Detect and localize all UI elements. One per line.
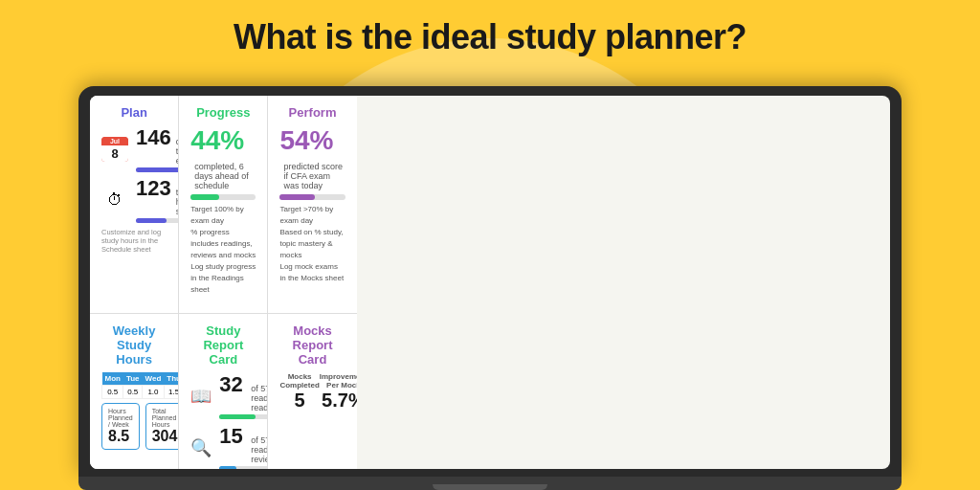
progress-note2: % progress includes readings, reviews an… bbox=[190, 227, 256, 261]
study-report-card: Study Report Card 📖 32 of 57 readings re… bbox=[179, 314, 267, 469]
perform-note1: Target >70% by exam day bbox=[279, 204, 345, 227]
plan-note: Customize and log study hours in the Sch… bbox=[101, 228, 167, 254]
days-progress-bar bbox=[136, 167, 178, 172]
improvement-value: 5.7% bbox=[320, 390, 357, 412]
readings-read-bar bbox=[219, 414, 267, 419]
mocks-completed-stat: Mocks Completed 5 bbox=[279, 372, 319, 435]
weekly-table: Mon Tue Wed Thu Fri Sat Sun 0.5 bbox=[101, 372, 178, 399]
plan-card: Plan Jul 8 146 days left to CFA exam bbox=[90, 96, 178, 313]
readings-read-row: 📖 32 of 57 readings read bbox=[190, 372, 256, 419]
laptop-mockup: Plan Jul 8 146 days left to CFA exam bbox=[78, 86, 902, 490]
progress-full-bar bbox=[190, 194, 256, 200]
weekly-title: Weekly Study Hours bbox=[101, 323, 167, 367]
laptop-base bbox=[78, 477, 902, 490]
progress-header-row: 44% completed, 6 days ahead of schedule bbox=[190, 125, 256, 190]
perform-title: Perform bbox=[279, 105, 345, 120]
hours-studied-value: 123 bbox=[136, 176, 171, 201]
readings-reviewed-detail: 15 of 57 readings reviewed bbox=[219, 424, 267, 469]
progress-fill bbox=[190, 194, 219, 200]
hours-planned-value: 8.5 bbox=[108, 428, 133, 445]
hours-thu: 1.5 bbox=[164, 386, 178, 399]
progress-card: Progress 44% completed, 6 days ahead of … bbox=[179, 96, 267, 313]
hours-mon: 0.5 bbox=[102, 386, 123, 399]
improvement-label: Improvement Per Mock bbox=[320, 372, 357, 390]
hours-wed: 1.0 bbox=[143, 386, 165, 399]
mocks-report-title: Mocks Report Card bbox=[279, 323, 345, 367]
total-planned-label: Total Planned Hours bbox=[152, 408, 178, 428]
perform-fill bbox=[279, 194, 315, 200]
day-wed: Wed bbox=[143, 372, 165, 386]
progress-notes: Target 100% by exam day % progress inclu… bbox=[190, 204, 256, 296]
perform-notes: Target >70% by exam day Based on % study… bbox=[279, 204, 345, 284]
readings-reviewed-num: 15 bbox=[219, 424, 246, 449]
hours-tue: 0.5 bbox=[123, 386, 143, 399]
plan-title: Plan bbox=[101, 105, 167, 120]
study-report-title: Study Report Card bbox=[190, 323, 256, 367]
dashboard-grid: Plan Jul 8 146 days left to CFA exam bbox=[90, 96, 357, 469]
hours-progress-fill bbox=[136, 218, 167, 223]
day-tue: Tue bbox=[123, 372, 143, 386]
readings-reviewed-bar bbox=[219, 466, 267, 469]
progress-percent: 44% bbox=[190, 125, 244, 156]
progress-note1: Target 100% by exam day bbox=[190, 204, 256, 227]
progress-title: Progress bbox=[190, 105, 256, 120]
perform-note2: Based on % study, topic mastery & mocks bbox=[279, 227, 345, 261]
days-left-block: 146 days left to CFA exam bbox=[136, 125, 178, 172]
hours-planned-box: Hours Planned / Week 8.5 bbox=[101, 403, 140, 450]
readings-reviewed-row: 🔍 15 of 57 readings reviewed bbox=[190, 424, 256, 469]
readings-reviewed-label: of 57 readings reviewed bbox=[251, 435, 267, 464]
progress-subtitle: completed, 6 days ahead of schedule bbox=[194, 162, 256, 190]
cal-month: Jul bbox=[101, 137, 128, 145]
cal-day: 8 bbox=[101, 145, 128, 162]
hours-studied-label: total hours studied bbox=[176, 188, 179, 216]
book-icon: 📖 bbox=[190, 386, 212, 407]
mocks-completed-label: Mocks Completed bbox=[279, 372, 319, 390]
day-thu: Thu bbox=[164, 372, 178, 386]
days-progress-fill bbox=[136, 167, 178, 172]
days-left-value: 146 bbox=[136, 125, 171, 150]
perform-subtitle: predicted score if CFA exam was today bbox=[283, 162, 345, 190]
calendar-icon: Jul 8 bbox=[101, 137, 128, 162]
progress-note3: Log study progress in the Readings sheet bbox=[190, 261, 256, 296]
weekly-card: Weekly Study Hours Mon Tue Wed Thu Fri S… bbox=[90, 314, 178, 469]
perform-header-row: 54% predicted score if CFA exam was toda… bbox=[279, 125, 345, 190]
plan-header: Jul 8 146 days left to CFA exam bbox=[101, 125, 167, 172]
hours-studied-detail: 123 total hours studied bbox=[136, 176, 178, 223]
weekly-bottom: Hours Planned / Week 8.5 Total Planned H… bbox=[101, 403, 167, 450]
mocks-completed-value: 5 bbox=[279, 390, 319, 412]
hours-studied-block: ⏱ 123 total hours studied bbox=[101, 176, 167, 223]
day-mon: Mon bbox=[102, 372, 123, 386]
readings-read-detail: 32 of 57 readings read bbox=[219, 372, 267, 419]
laptop-screen-outer: Plan Jul 8 146 days left to CFA exam bbox=[78, 86, 902, 477]
page-title: What is the ideal study planner? bbox=[0, 17, 980, 57]
mocks-report-card: Mocks Report Card Mocks Completed 5 Impr… bbox=[268, 314, 356, 469]
readings-reviewed-fill bbox=[219, 466, 236, 469]
search-icon: 🔍 bbox=[190, 437, 212, 458]
readings-read-fill bbox=[219, 414, 256, 419]
perform-note3: Log mock exams in the Mocks sheet bbox=[279, 261, 345, 284]
dashboard-screen: Plan Jul 8 146 days left to CFA exam bbox=[90, 96, 890, 469]
hours-progress-bar bbox=[136, 218, 178, 223]
days-left-label: days left to CFA exam bbox=[176, 137, 179, 166]
total-planned-value: 304 bbox=[152, 428, 178, 445]
improvement-stat: Improvement Per Mock 5.7% bbox=[320, 372, 357, 435]
total-planned-box: Total Planned Hours 304 bbox=[145, 403, 179, 450]
readings-read-label: of 57 readings read bbox=[251, 384, 267, 412]
hours-planned-label: Hours Planned / Week bbox=[108, 408, 133, 428]
perform-percent: 54% bbox=[279, 125, 333, 156]
clock-icon: ⏱ bbox=[101, 191, 128, 209]
perform-card: Perform 54% predicted score if CFA exam … bbox=[268, 96, 356, 313]
mocks-stats: Mocks Completed 5 Improvement Per Mock 5… bbox=[279, 372, 345, 435]
perform-bar bbox=[279, 194, 345, 200]
readings-read-num: 32 bbox=[219, 372, 246, 397]
